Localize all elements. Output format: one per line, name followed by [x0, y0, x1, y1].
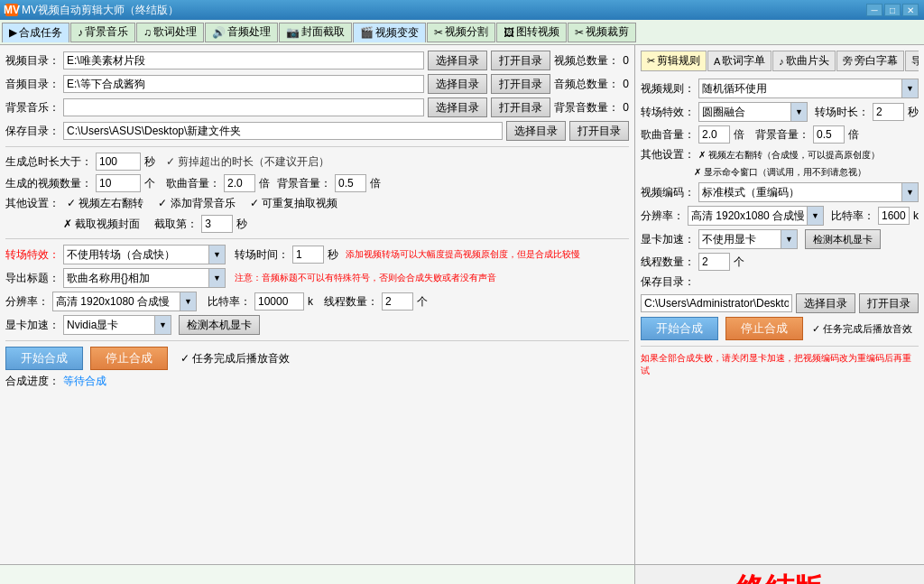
right-transition-label: 转场特效：: [641, 105, 695, 120]
save-dir-select-btn[interactable]: 选择目录: [506, 121, 566, 141]
right-bg-volume-input[interactable]: [813, 125, 845, 144]
resolution-select[interactable]: ▼: [52, 292, 197, 311]
transition-time-input[interactable]: [292, 246, 324, 264]
right-encode-select[interactable]: ▼: [698, 182, 919, 202]
right-tab-song-title-label: 歌曲片头: [786, 53, 829, 69]
start-btn[interactable]: 开始合成: [5, 347, 83, 370]
right-tab-export-title[interactable]: 导 导出标题: [905, 51, 919, 71]
window-title: MV视频自动剪辑大师（终结版）: [22, 3, 179, 18]
gpu-select[interactable]: ▼: [63, 315, 171, 335]
minimize-button[interactable]: ─: [866, 4, 882, 16]
right-bitrate-input[interactable]: [878, 207, 910, 225]
gen-duration-input[interactable]: [96, 153, 141, 171]
maximize-button[interactable]: □: [884, 4, 901, 16]
tab-vidsplit[interactable]: ✂ 视频分割: [427, 23, 495, 42]
audio-dir-open-btn[interactable]: 打开目录: [491, 74, 550, 94]
right-resolution-input[interactable]: [688, 207, 807, 225]
right-save-dir-input[interactable]: [641, 294, 792, 312]
tab-vidcut-label: 视频裁剪: [586, 24, 629, 40]
video-dir-open-btn[interactable]: 打开目录: [491, 51, 550, 70]
tab-bgmusic[interactable]: ♪ 背景音乐: [70, 23, 135, 42]
right-gpu-arrow[interactable]: ▼: [781, 230, 797, 248]
bgmusic-row: 背景音乐： 选择目录 打开目录 背景音数量： 0: [5, 97, 629, 117]
song-volume-label: 歌曲音量：: [166, 176, 220, 191]
check-flip: ✓ 视频左右翻转: [67, 196, 143, 211]
right-save-dir-select-btn[interactable]: 选择目录: [796, 293, 855, 313]
video-rule-input[interactable]: [699, 79, 901, 97]
save-dir-input[interactable]: [63, 122, 503, 140]
right-transition-select[interactable]: ▼: [698, 102, 808, 122]
audio-dir-select-btn[interactable]: 选择目录: [428, 74, 487, 94]
resolution-input[interactable]: [53, 292, 180, 311]
threads-unit: 个: [417, 294, 428, 310]
video-dir-input[interactable]: [63, 51, 424, 70]
detect-gpu-btn[interactable]: 检测本机显卡: [179, 315, 260, 335]
right-transition-input[interactable]: [699, 103, 790, 121]
tab-vidchange[interactable]: 🎬 视频变变: [353, 23, 426, 42]
bottom-big-text: 终结版: [736, 570, 823, 584]
video-rule-select[interactable]: ▼: [698, 79, 919, 98]
right-detect-gpu-btn[interactable]: 检测本机显卡: [805, 229, 881, 249]
threads-input[interactable]: [382, 292, 413, 311]
right-resolution-select[interactable]: ▼: [688, 206, 824, 226]
right-resolution-arrow[interactable]: ▼: [807, 207, 823, 225]
right-gpu-input[interactable]: [699, 230, 781, 248]
audio-icon: 🔊: [212, 26, 226, 39]
resolution-arrow[interactable]: ▼: [180, 292, 196, 311]
bgmusic-select-btn[interactable]: 选择目录: [428, 97, 487, 117]
right-start-btn[interactable]: 开始合成: [641, 317, 718, 340]
transition-arrow[interactable]: ▼: [208, 246, 225, 264]
gpu-input[interactable]: [64, 316, 154, 334]
export-title-input[interactable]: [64, 269, 208, 287]
right-gpu-select[interactable]: ▼: [698, 229, 798, 249]
right-threads-unit: 个: [734, 255, 744, 270]
video-rule-arrow[interactable]: ▼: [901, 79, 918, 97]
tab-lyrics[interactable]: ♫ 歌词处理: [136, 23, 204, 42]
right-save-dir-open-btn[interactable]: 打开目录: [859, 293, 919, 313]
bitrate-input[interactable]: [254, 292, 304, 311]
right-stop-btn[interactable]: 停止合成: [725, 317, 803, 340]
close-button[interactable]: ✕: [902, 4, 919, 16]
right-gpu-label: 显卡加速：: [641, 232, 695, 247]
video-dir-select-btn[interactable]: 选择目录: [428, 51, 487, 70]
tab-cover[interactable]: 📷 封面截取: [279, 23, 352, 42]
right-encode-arrow[interactable]: ▼: [901, 183, 918, 201]
tab-compose[interactable]: ▶ 合成任务: [2, 23, 69, 42]
bg-volume-unit: 倍: [370, 176, 381, 191]
right-song-volume-input[interactable]: [698, 125, 730, 144]
transition-label-red: 转场特效：: [5, 247, 60, 263]
tab-vidcut[interactable]: ✂ 视频裁剪: [568, 23, 636, 42]
right-tab-lyrics[interactable]: A 歌词字单: [707, 51, 772, 71]
audio-dir-input[interactable]: [63, 75, 424, 93]
right-check-cmd-row: ✗ 显示命令窗口（调试用，用不到请忽视）: [641, 166, 919, 179]
transition-input[interactable]: [64, 246, 208, 264]
save-dir-label: 保存目录：: [5, 124, 60, 139]
tab-imgvid[interactable]: 🖼 图转视频: [496, 23, 567, 42]
export-title-select[interactable]: ▼: [63, 268, 226, 288]
right-transition-time-input[interactable]: [873, 103, 904, 121]
bgmusic-open-btn[interactable]: 打开目录: [491, 97, 550, 117]
right-tab-aside[interactable]: 旁 旁白字幕: [836, 51, 904, 71]
transition-select[interactable]: ▼: [63, 245, 226, 264]
gen-duration-unit: 秒: [144, 154, 155, 170]
song-volume-input[interactable]: [224, 174, 255, 192]
right-threads-input[interactable]: [698, 253, 730, 271]
gpu-arrow[interactable]: ▼: [154, 316, 171, 334]
video-dir-label: 视频目录：: [5, 53, 60, 69]
right-tab-song-title[interactable]: ♪ 歌曲片头: [772, 51, 836, 71]
cut-from-input[interactable]: [201, 215, 233, 233]
bg-volume-input[interactable]: [335, 174, 366, 192]
right-transition-arrow[interactable]: ▼: [790, 103, 807, 121]
right-other-settings-row: 其他设置： ✗ 视频左右翻转（合成慢，可以提高原创度）: [641, 147, 919, 162]
bgmusic-input[interactable]: [63, 98, 424, 116]
gen-count-input[interactable]: [96, 174, 141, 192]
gen-count-unit: 个: [144, 176, 155, 191]
vidchange-icon: 🎬: [360, 26, 374, 39]
tab-audio[interactable]: 🔊 音频处理: [205, 23, 278, 42]
save-dir-open-btn[interactable]: 打开目录: [569, 121, 629, 141]
export-title-arrow[interactable]: ▼: [208, 269, 225, 287]
stop-btn[interactable]: 停止合成: [90, 347, 168, 370]
right-encode-input[interactable]: [699, 183, 901, 201]
tab-vidchange-label: 视频变变: [375, 25, 419, 41]
right-tab-edit[interactable]: ✂ 剪辑规则: [641, 51, 707, 71]
